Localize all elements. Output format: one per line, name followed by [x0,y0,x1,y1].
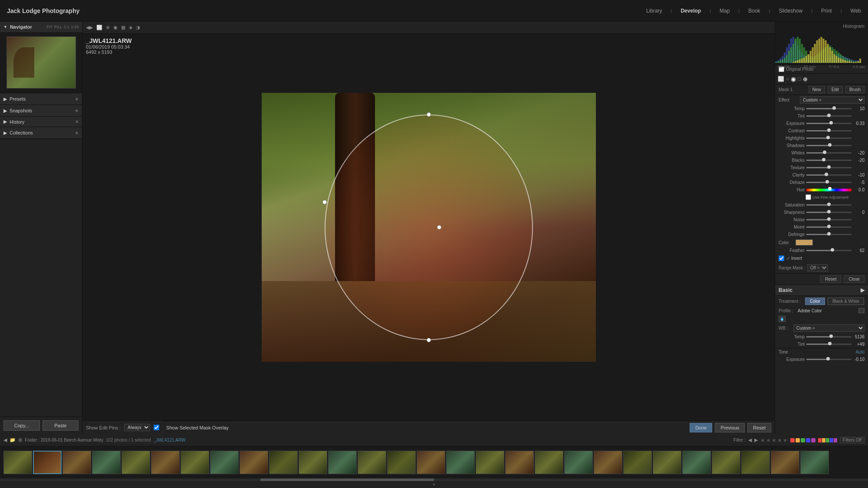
filmstrip-grid-icon[interactable]: ⊞ [18,437,22,443]
texture-slider[interactable] [806,167,852,168]
thumb-15[interactable] [417,451,445,474]
thumb-2-selected[interactable] [33,451,62,474]
mask-edit-btn[interactable]: Edit [828,86,843,93]
filmstrip-prev-icon[interactable]: ◀ [3,437,7,443]
color-pick-blue[interactable] [806,438,810,442]
filter-prev-icon[interactable]: ◀ [748,437,752,443]
hue-slider[interactable] [806,189,852,191]
moire-slider[interactable] [806,226,852,228]
temp-basic-slider[interactable] [806,336,852,337]
range-mask-select[interactable]: Off ÷ [807,264,828,272]
feather-slider[interactable] [806,250,852,251]
blacks-slider[interactable] [806,160,852,161]
filmstrip-scroll-thumb[interactable] [260,478,434,481]
thumb-7[interactable] [181,451,209,474]
history-clear-btn[interactable]: ✕ [75,119,79,124]
toolbar-icon-crop[interactable]: ⬜ [96,25,102,30]
history-header[interactable]: ▶ History ✕ [0,117,82,127]
radial-handle-bottom[interactable] [427,338,431,342]
thumb-16[interactable] [446,451,475,474]
star-5[interactable]: ★ [783,437,788,443]
thumb-21[interactable] [594,451,622,474]
radial-mask-overlay[interactable] [325,115,533,340]
thumb-14[interactable] [387,451,416,474]
contrast-slider[interactable] [806,130,852,131]
copy-button[interactable]: Copy... [3,420,40,431]
thumb-25[interactable] [712,451,740,474]
nav-fill[interactable]: FILL [54,25,62,29]
toolbar-icon-brush[interactable]: ◈ [129,25,132,30]
navigator-header[interactable]: ▼ Navigator FIT FILL 1:1 1:16 [0,22,82,32]
wb-select[interactable]: Custom ÷ [793,324,865,332]
reset-button[interactable]: Reset [747,423,771,432]
edit-pins-select[interactable]: Always [124,424,150,431]
thumb-28[interactable] [800,451,829,474]
collections-header[interactable]: ▶ Collections + [0,127,82,138]
star-2[interactable]: ★ [766,437,771,443]
nav-fit[interactable]: FIT [46,25,53,29]
toolbar-icon-nav[interactable]: ◀▶ [86,25,93,30]
filter-next-icon[interactable]: ▶ [754,437,758,443]
nav-print[interactable]: Print [821,8,832,14]
toolbar-icon-heal[interactable]: ⊕ [106,25,110,30]
paste-button[interactable]: Paste [43,420,79,431]
filmstrip-collapse-btn[interactable]: ▼ [0,481,868,488]
thumb-8[interactable] [210,451,239,474]
nav-web[interactable]: Web [851,8,861,14]
invert-checkbox[interactable] [779,255,784,261]
effect-select[interactable]: Custom ÷ [800,96,865,104]
presets-add-btn[interactable]: + [75,95,79,102]
noise-slider[interactable] [806,219,852,220]
right-reset-btn[interactable]: Reset [820,275,841,283]
thumb-12[interactable] [328,451,357,474]
radial-handle-center[interactable] [437,225,441,229]
eyedropper-icon[interactable]: ⬜ [778,76,784,82]
thumb-22[interactable] [623,451,652,474]
previous-button[interactable]: Previous [715,423,745,432]
filters-off-btn[interactable]: Filters Off [840,437,865,443]
mask-brush-btn[interactable]: Brush [845,86,865,93]
mask-overlay-checkbox[interactable] [154,425,159,430]
tint-basic-slider[interactable] [806,344,852,345]
nav-library[interactable]: Library [646,8,662,14]
radial-handle-left[interactable] [322,200,327,204]
star-1[interactable]: ★ [760,437,765,443]
toolbar-icon-grad[interactable]: ▦ [121,25,125,30]
thumb-9[interactable] [240,451,268,474]
basic-section-title[interactable]: Basic ▶ [775,285,868,296]
saturation-slider[interactable] [806,204,852,206]
temp-slider[interactable] [806,108,852,109]
exposure-slider[interactable] [806,123,852,124]
thumb-24[interactable] [682,451,711,474]
thumb-3[interactable] [62,451,91,474]
tone-auto-btn[interactable]: Auto [855,350,865,354]
nav-1to16[interactable]: 1:16 [71,25,79,29]
color-pick-green[interactable] [801,438,805,442]
dehaze-slider[interactable] [806,182,852,183]
thumb-20[interactable] [564,451,593,474]
thumb-19[interactable] [535,451,563,474]
snapshots-header[interactable]: ▶ Snapshots + [0,105,82,116]
treatment-color-btn[interactable]: Color [805,298,825,305]
thumb-1[interactable] [3,451,32,474]
pin-icon[interactable]: ⊕ [803,76,808,82]
toolbar-icon-range[interactable]: ◑ [136,25,140,30]
radial-handle-top[interactable] [427,112,431,117]
thumb-11[interactable] [299,451,327,474]
exposure-basic-slider[interactable] [806,359,852,360]
square-icon[interactable]: □ [798,76,801,82]
sharpness-slider[interactable] [806,212,852,213]
color-swatch-box[interactable] [796,239,813,246]
thumb-4[interactable] [92,451,121,474]
tint-slider[interactable] [806,115,852,117]
color-pick-purple[interactable] [811,438,815,442]
thumb-13[interactable] [358,451,386,474]
color-pick-red[interactable] [790,438,795,442]
thumb-17[interactable] [476,451,504,474]
shadows-slider[interactable] [806,145,852,146]
highlights-slider[interactable] [806,138,852,139]
collections-add-btn[interactable]: + [75,129,79,136]
toolbar-icon-redeye[interactable]: ◉ [113,25,118,30]
thumb-27[interactable] [771,451,799,474]
profile-grid-icon[interactable]: ⋮⋮ [858,308,865,313]
